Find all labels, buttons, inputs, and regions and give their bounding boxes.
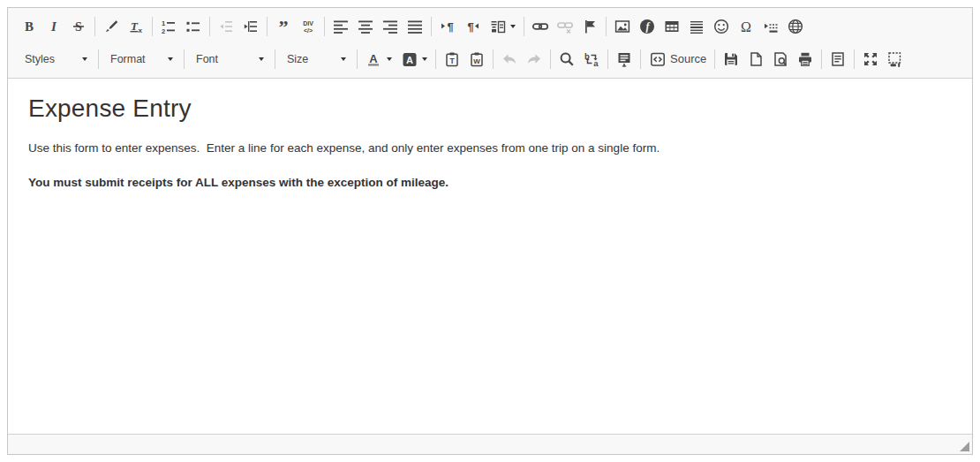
styles-select[interactable]: Styles (18, 48, 94, 71)
anchor-icon (581, 18, 599, 35)
font-select-label: Font (196, 53, 218, 65)
font-select[interactable]: Font (189, 48, 270, 71)
background-color-button[interactable]: A (396, 47, 432, 72)
smiley-button[interactable] (709, 14, 734, 39)
svg-text:x: x (139, 26, 143, 34)
iframe-icon (787, 18, 804, 35)
image-button[interactable] (610, 14, 635, 39)
italic-icon: I (45, 18, 63, 35)
templates-button[interactable] (825, 47, 850, 72)
new-page-button[interactable] (743, 47, 768, 72)
increase-indent-button[interactable] (238, 14, 263, 39)
select-all-button[interactable] (612, 47, 637, 72)
toolbar-separator (94, 17, 95, 36)
chevron-down-icon (341, 57, 346, 61)
replace-button[interactable]: ba (579, 47, 604, 72)
save-icon (722, 50, 740, 68)
link-icon (531, 18, 549, 35)
text-color-icon: A (366, 50, 383, 68)
content-paragraph-bold: You must submit receipts for ALL expense… (28, 175, 952, 191)
chevron-down-icon (422, 57, 427, 61)
resize-handle-icon[interactable] (960, 442, 969, 451)
maximize-button[interactable] (858, 47, 883, 72)
align-right-button[interactable] (378, 14, 403, 39)
find-icon (558, 50, 576, 68)
rich-text-editor: BISTx12”DIV</>¶¶fΩ StylesFormatFontSizeA… (7, 7, 973, 455)
anchor-button[interactable] (577, 14, 602, 39)
chevron-down-icon (510, 25, 516, 28)
special-character-button[interactable]: Ω (734, 14, 758, 39)
size-select[interactable]: Size (280, 48, 352, 71)
link-button[interactable] (528, 14, 553, 39)
div-container-icon: DIV</> (299, 18, 317, 35)
format-select[interactable]: Format (103, 48, 179, 71)
strikethrough-icon: S (70, 18, 87, 35)
strikethrough-button[interactable]: S (66, 14, 91, 39)
svg-text:</>: </> (304, 27, 313, 34)
find-button[interactable] (554, 47, 579, 72)
status-bar (8, 434, 972, 454)
copy-formatting-icon (102, 18, 120, 35)
text-direction-rtl-button[interactable]: ¶ (460, 14, 485, 39)
toolbar-separator (640, 49, 641, 69)
language-icon (489, 18, 507, 35)
iframe-button[interactable] (783, 14, 808, 39)
toolbar-separator (324, 17, 325, 36)
toolbar-separator (550, 49, 551, 69)
svg-text:¶: ¶ (467, 20, 473, 34)
bold-icon: B (20, 18, 38, 35)
save-button[interactable] (719, 47, 743, 72)
text-color-button[interactable]: A (361, 47, 396, 72)
align-left-button[interactable] (328, 14, 353, 39)
replace-icon: ba (583, 50, 600, 68)
svg-text:DIV: DIV (303, 20, 313, 27)
show-blocks-button[interactable] (883, 47, 908, 72)
toolbar-separator (152, 17, 153, 36)
show-blocks-icon (886, 50, 904, 68)
svg-text:A: A (369, 51, 378, 64)
align-center-icon (357, 18, 374, 35)
blockquote-button[interactable]: ” (271, 14, 296, 39)
div-container-button[interactable]: DIV</> (296, 14, 320, 39)
ltr-icon: ¶ (439, 18, 456, 35)
page-break-button[interactable] (758, 14, 783, 39)
templates-icon (829, 50, 847, 68)
toolbar-separator (854, 49, 855, 69)
redo-button (522, 47, 547, 72)
horizontal-line-button[interactable] (684, 14, 709, 39)
source-button[interactable]: Source (645, 47, 711, 72)
toolbar-row-1: BISTx12”DIV</>¶¶fΩ (8, 10, 972, 42)
numbered-list-button[interactable]: 12 (156, 14, 181, 39)
copy-formatting-button[interactable] (99, 14, 124, 39)
image-icon (614, 18, 631, 35)
paste-from-word-button[interactable]: W (464, 47, 489, 72)
horizontal-line-icon (688, 18, 705, 35)
text-direction-ltr-button[interactable]: ¶ (435, 14, 460, 39)
align-left-icon (332, 18, 350, 35)
bold-button[interactable]: B (17, 14, 41, 39)
toolbar-separator (524, 17, 524, 36)
remove-format-button[interactable]: Tx (124, 14, 148, 39)
align-center-button[interactable] (353, 14, 378, 39)
table-icon (663, 18, 681, 35)
toolbar-row-2: StylesFormatFontSizeAATWbaSource (8, 42, 972, 75)
flash-button[interactable]: f (635, 14, 660, 39)
justify-icon (406, 18, 424, 35)
justify-button[interactable] (403, 14, 427, 39)
toolbar-separator (821, 49, 822, 69)
maximize-icon (862, 50, 879, 68)
print-button[interactable] (793, 47, 818, 72)
svg-text:a: a (593, 58, 599, 68)
blockquote-icon: ” (275, 18, 292, 35)
page-break-icon (762, 18, 780, 35)
bulleted-list-button[interactable] (181, 14, 206, 39)
table-button[interactable] (660, 14, 684, 39)
italic-button[interactable]: I (41, 14, 66, 39)
chevron-down-icon (259, 57, 264, 61)
editor-content-area[interactable]: Expense Entry Use this form to enter exp… (8, 79, 972, 434)
paste-as-plain-text-button[interactable]: T (440, 47, 464, 72)
increase-indent-icon (242, 18, 260, 35)
language-button[interactable] (485, 14, 520, 39)
preview-button[interactable] (768, 47, 793, 72)
toolbar: BISTx12”DIV</>¶¶fΩ StylesFormatFontSizeA… (8, 8, 972, 79)
